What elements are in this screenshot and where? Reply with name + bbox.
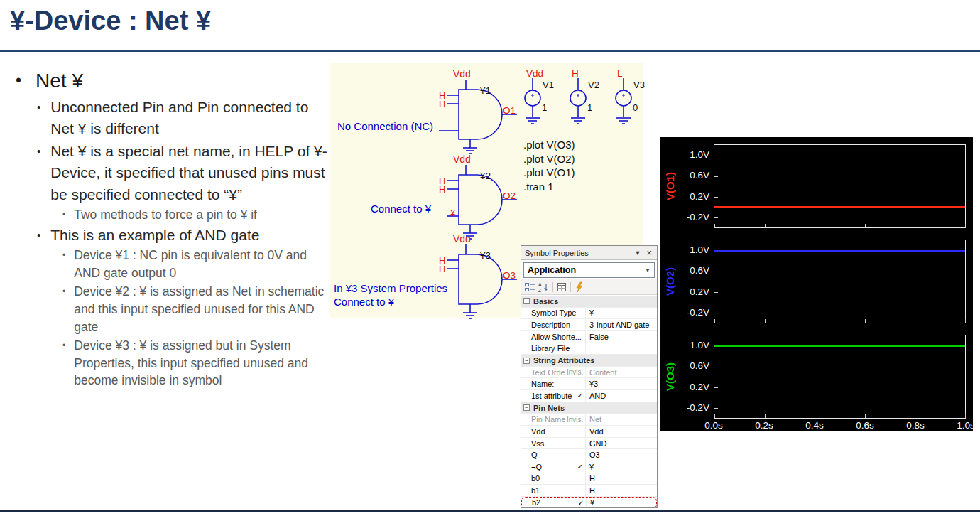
- property-name: Allow Shorte...: [521, 333, 575, 341]
- tick-mark: [765, 224, 766, 227]
- plot-area: [714, 335, 966, 419]
- property-row[interactable]: Name:¥3: [521, 378, 657, 390]
- property-value[interactable]: Vdd: [585, 426, 657, 437]
- y-tick-label: -0.2V: [687, 212, 709, 222]
- tick-mark: [865, 224, 866, 227]
- property-section-row[interactable]: −String Attributes: [521, 355, 657, 367]
- panel-titlebar[interactable]: Symbol Properties ▼ ×: [521, 246, 657, 260]
- section-label: Basics: [533, 297, 558, 306]
- tick-mark: [714, 292, 718, 293]
- waveform-trace: [714, 345, 965, 347]
- outline-text: Device ¥3 : ¥ is assigned but in System …: [74, 337, 331, 390]
- property-value[interactable]: ¥: [585, 308, 657, 319]
- property-row[interactable]: b1H: [521, 485, 657, 497]
- tick-mark: [865, 319, 866, 323]
- property-value[interactable]: [585, 343, 657, 355]
- tick-mark: [714, 367, 718, 367]
- outline-text: This is an example of AND gate: [50, 225, 259, 246]
- property-section-row[interactable]: −Pin Nets: [521, 402, 657, 414]
- collapse-icon[interactable]: −: [523, 358, 530, 364]
- property-value[interactable]: ¥3: [585, 378, 657, 389]
- property-row[interactable]: Symbol Type¥: [521, 308, 657, 320]
- toolbar-separator: [570, 282, 571, 292]
- waveform-trace: [714, 250, 965, 252]
- waveform-trace: [714, 206, 965, 208]
- dropdown-value: Application: [528, 265, 576, 275]
- property-name: 1st attribute: [521, 392, 575, 400]
- property-row[interactable]: ¬Q✓¥: [521, 461, 657, 473]
- property-name: Library File: [521, 344, 575, 353]
- lightning-icon[interactable]: [574, 281, 585, 293]
- categorized-icon[interactable]: [524, 281, 535, 293]
- close-icon[interactable]: ×: [645, 249, 653, 257]
- property-subheader-row[interactable]: Text OrdeInvis.Content: [521, 367, 657, 379]
- collapse-icon[interactable]: −: [523, 298, 530, 304]
- property-value[interactable]: O3: [585, 449, 657, 461]
- outline-item: •Device ¥1 : NC pin is equivalent to 0V …: [62, 247, 331, 282]
- dock-menu-arrow-icon[interactable]: ▼: [633, 249, 642, 257]
- outline-item: •Two methods to force a pin to ¥ if: [62, 206, 331, 224]
- y-tick-label: 0.2V: [690, 191, 709, 202]
- check-icon[interactable]: ✓: [576, 499, 586, 507]
- y-tick-label: 0.6V: [690, 265, 709, 276]
- waveform-series-label: V(O3): [662, 335, 677, 419]
- property-row[interactable]: QO3: [521, 449, 657, 461]
- property-section-row[interactable]: −Basics: [521, 296, 657, 308]
- property-row[interactable]: Description3-Input AND gate: [521, 319, 657, 331]
- directive-line: .plot V(O1): [523, 166, 575, 180]
- tick-mark: [714, 319, 715, 323]
- property-row[interactable]: Allow Shorte...False: [521, 331, 657, 343]
- collapse-icon[interactable]: −: [523, 404, 530, 411]
- property-value[interactable]: ¥: [585, 461, 657, 473]
- property-value[interactable]: H: [585, 473, 657, 485]
- property-name: ¬Q: [521, 463, 575, 471]
- source-value: 0: [633, 102, 638, 113]
- x-tick-label: 0.8s: [906, 420, 925, 431]
- gate-ref-label: ¥3: [480, 250, 491, 261]
- property-name: Symbol Type: [521, 308, 575, 317]
- x-tick-label: 0.4s: [805, 420, 824, 431]
- outline-item: •Net ¥: [11, 70, 331, 92]
- property-row[interactable]: b2✓¥: [521, 497, 657, 507]
- gate-ref-label: ¥1: [480, 85, 491, 96]
- x-tick-label: 0.6s: [856, 420, 874, 431]
- application-dropdown[interactable]: Application ▼: [523, 262, 655, 278]
- sort-az-icon[interactable]: A Z: [538, 281, 550, 293]
- outline-item: •Net ¥ is a special net name, in HELP of…: [37, 141, 331, 205]
- property-value[interactable]: ¥: [586, 498, 656, 507]
- property-row[interactable]: b0H: [521, 473, 657, 485]
- bullet-glyph: •: [62, 337, 65, 352]
- property-row[interactable]: VddVdd: [521, 426, 657, 438]
- property-value[interactable]: H: [585, 485, 657, 496]
- property-pages-icon[interactable]: [556, 281, 567, 293]
- property-row[interactable]: Library File: [521, 343, 657, 355]
- tick-mark: [915, 414, 915, 418]
- tick-mark: [714, 387, 718, 388]
- check-icon[interactable]: ✓: [575, 463, 585, 471]
- bullet-glyph: •: [37, 225, 40, 243]
- property-row[interactable]: 1st attribute✓AND: [521, 390, 657, 402]
- source-value: 1: [542, 102, 547, 113]
- tick-mark: [965, 224, 966, 227]
- property-subheader-row[interactable]: Pin NameInvis.Net: [521, 414, 657, 426]
- property-invisible-column: Invis.: [567, 368, 585, 376]
- property-row[interactable]: VssGND: [521, 438, 657, 450]
- directive-line: .tran 1: [523, 180, 575, 194]
- panel-toolbar: A Z: [521, 279, 657, 295]
- spice-directives: .plot V(O3) .plot V(O2) .plot V(O1) .tra…: [523, 138, 575, 193]
- y-tick-label: 0.2V: [690, 286, 709, 297]
- outline-text: Two methods to force a pin to ¥ if: [74, 206, 257, 224]
- property-value[interactable]: AND: [585, 390, 657, 402]
- property-value[interactable]: GND: [585, 438, 657, 449]
- property-value[interactable]: Net: [585, 414, 657, 425]
- waveform-subplot: V(O3)1.0V0.6V0.2V-0.2V: [660, 335, 973, 419]
- outline-item: •Unconnected Pin and Pin connected to Ne…: [37, 97, 331, 140]
- property-value[interactable]: Content: [585, 367, 657, 378]
- property-value[interactable]: 3-Input AND gate: [585, 319, 657, 330]
- plot-area: [714, 144, 966, 228]
- y-axis: 1.0V0.6V0.2V-0.2V: [677, 144, 712, 228]
- check-icon[interactable]: ✓: [575, 392, 585, 399]
- bullet-glyph: •: [37, 97, 40, 115]
- output-label: O2: [503, 190, 516, 201]
- property-value[interactable]: False: [585, 331, 657, 343]
